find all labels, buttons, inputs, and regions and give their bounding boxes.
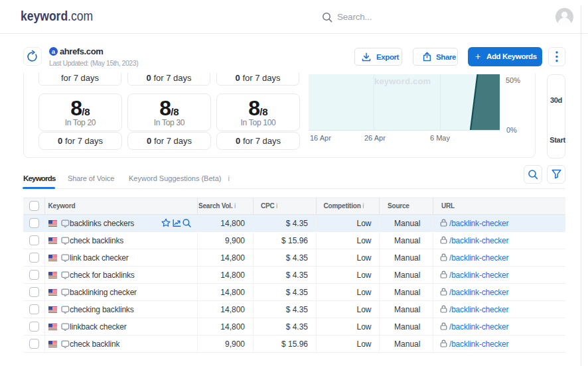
svg-text:a: a	[52, 48, 56, 55]
